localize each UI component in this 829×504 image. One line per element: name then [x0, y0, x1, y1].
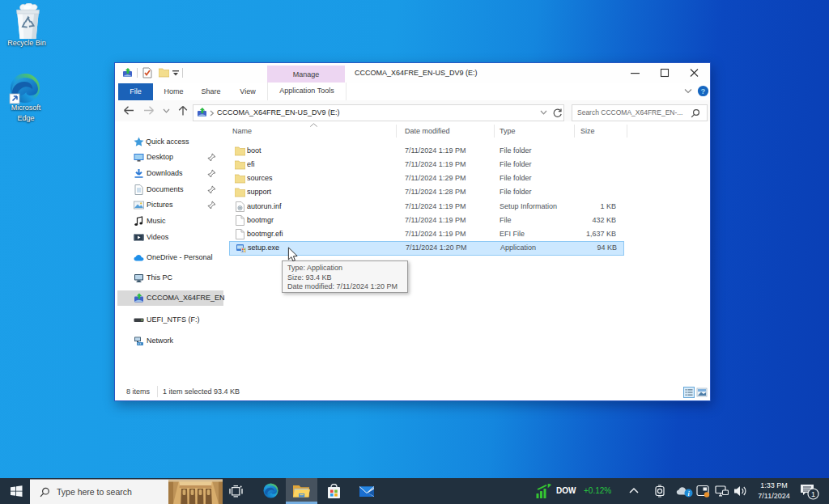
svg-text:1: 1 — [811, 490, 815, 498]
svg-text:?: ? — [701, 87, 706, 95]
